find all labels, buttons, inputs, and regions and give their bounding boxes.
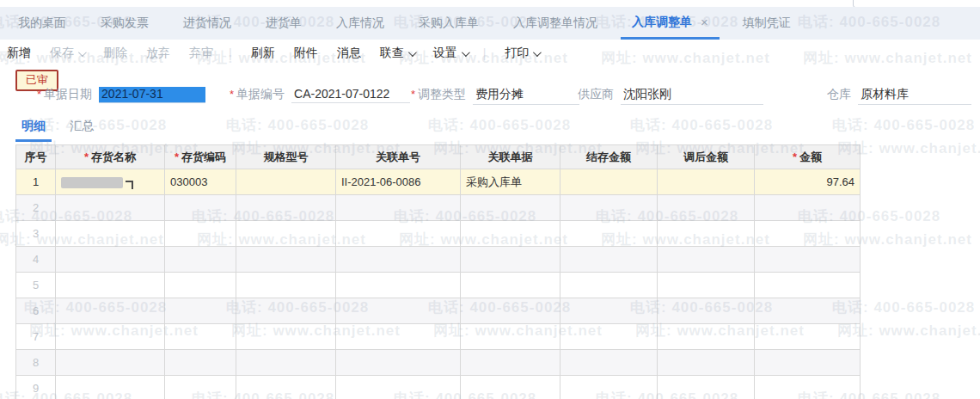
window-tab-3[interactable]: 进货情况 [172,7,242,40]
grid-cell-code[interactable] [165,376,236,399]
grid-cell-spec[interactable] [236,195,336,221]
grid-cell-related_doc[interactable] [461,195,560,221]
grid-cell-related_no[interactable] [336,298,461,324]
grid-cell-spec[interactable] [236,169,336,195]
toolbar-button-12[interactable]: 打印 [505,46,539,61]
grid-cell-related_doc[interactable] [461,298,560,324]
grid-cell-related_no[interactable] [336,247,461,273]
grid-cell-adjusted_amount[interactable] [658,195,755,221]
grid-cell-amount[interactable] [755,273,861,298]
grid-cell-related_no[interactable] [336,350,461,376]
toolbar-button-7[interactable]: 附件 [294,46,318,61]
grid-cell-amount[interactable] [755,221,861,247]
grid-header-spec: 规格型号 [236,145,336,169]
grid-cell-code[interactable] [165,298,236,324]
grid-cell-spec[interactable] [236,273,336,298]
grid-cell-amount[interactable] [755,298,861,324]
grid-cell-balance_amount[interactable] [560,195,658,221]
grid-cell-balance_amount[interactable] [560,247,658,273]
window-tab-2[interactable]: 采购发票 [89,7,160,40]
grid-cell-related_no[interactable] [336,324,461,350]
grid-cell-related_doc[interactable] [461,247,560,273]
grid-cell-adjusted_amount[interactable] [658,324,755,350]
grid-cell-related_no[interactable] [336,376,461,399]
grid-cell-related_doc[interactable] [461,376,560,399]
grid-cell-balance_amount[interactable] [560,273,658,298]
grid-cell-amount[interactable] [755,247,861,273]
toolbar-button-0[interactable]: 新增 [7,46,31,61]
detail-tab-1[interactable]: 明细 [15,119,52,142]
grid-cell-name[interactable] [56,273,165,298]
grid-cell-balance_amount[interactable] [560,324,658,350]
grid-cell-balance_amount[interactable] [560,350,658,376]
grid-cell-name[interactable] [56,350,165,376]
grid-cell-balance_amount[interactable] [560,221,658,247]
grid-cell-related_doc[interactable] [461,350,560,376]
grid-cell-code[interactable]: 030003 [165,169,236,195]
grid-cell-spec[interactable] [236,298,336,324]
grid-cell-balance_amount[interactable] [560,298,658,324]
grid-cell-code[interactable] [165,195,236,221]
grid-cell-amount[interactable] [755,195,861,221]
grid-cell-name[interactable] [56,221,165,247]
grid-cell-related_doc[interactable] [461,273,560,298]
grid-row-number: 8 [16,350,56,376]
grid-cell-name[interactable] [56,376,165,399]
grid-cell-spec[interactable] [236,324,336,350]
toolbar-button-6[interactable]: 刷新 [251,46,275,61]
form-field-value[interactable]: 原材料库 [858,87,971,105]
grid-cell-related_doc[interactable]: 采购入库单 [461,169,560,195]
grid-cell-adjusted_amount[interactable] [658,298,755,324]
window-tab-7[interactable]: 入库调整单情况 [502,7,609,40]
toolbar-button-10[interactable]: 设置 [433,46,468,61]
window-tab-4[interactable]: 进货单 [254,7,313,40]
grid-cell-adjusted_amount[interactable] [658,221,755,247]
toolbar-button-9[interactable]: 联查 [380,46,414,61]
grid-cell-related_no[interactable]: II-2021-06-0086 [336,169,461,195]
grid-cell-code[interactable] [165,350,236,376]
grid-cell-related_no[interactable] [336,195,461,221]
grid-cell-adjusted_amount[interactable] [658,350,755,376]
window-tab-8[interactable]: 入库调整单× [621,7,720,40]
window-tab-1[interactable]: 我的桌面 [7,7,77,40]
grid-cell-adjusted_amount[interactable] [658,273,755,298]
grid-cell-related_doc[interactable] [461,221,560,247]
grid-cell-amount[interactable] [755,350,861,376]
grid-cell-related_doc[interactable] [461,324,560,350]
toolbar-button-8[interactable]: 消息 [337,46,361,61]
grid-cell-name[interactable] [56,247,165,273]
form-field-value[interactable]: 2021-07-31 [99,87,205,103]
window-tab-5[interactable]: 入库情况 [325,7,395,40]
grid-cell-name[interactable] [56,169,165,195]
grid-cell-code[interactable] [165,324,236,350]
detail-tab-2[interactable]: 汇总 [64,119,100,142]
form-field-value[interactable]: 沈阳张刚 [621,87,763,105]
grid-cell-spec[interactable] [236,350,336,376]
grid-cell-adjusted_amount[interactable] [658,247,755,273]
grid-cell-spec[interactable] [236,247,336,273]
form-field-value[interactable]: CA-2021-07-0122 [291,87,410,103]
grid-cell-related_no[interactable] [336,273,461,298]
grid-cell-balance_amount[interactable] [560,169,658,195]
grid-cell-code[interactable] [165,247,236,273]
grid-cell-code[interactable] [165,273,236,298]
form-field-value[interactable]: 费用分摊 [473,87,579,105]
window-tab-9[interactable]: 填制凭证 [732,7,802,40]
grid-cell-name[interactable] [56,298,165,324]
grid-cell-amount[interactable] [755,324,861,350]
grid-header-amount: *金额 [755,145,861,169]
grid-cell-spec[interactable] [236,221,336,247]
grid-cell-spec[interactable] [236,376,336,399]
chevron-down-icon [533,48,542,57]
grid-cell-amount[interactable] [755,376,861,399]
close-icon[interactable]: × [701,15,708,29]
grid-cell-amount[interactable]: 97.64 [755,169,861,195]
grid-cell-adjusted_amount[interactable] [658,169,755,195]
grid-cell-balance_amount[interactable] [560,376,658,399]
grid-cell-name[interactable] [56,324,165,350]
grid-cell-name[interactable] [56,195,165,221]
grid-cell-adjusted_amount[interactable] [658,376,755,399]
grid-cell-related_no[interactable] [336,221,461,247]
window-tab-6[interactable]: 采购入库单 [407,7,490,40]
grid-cell-code[interactable] [165,221,236,247]
